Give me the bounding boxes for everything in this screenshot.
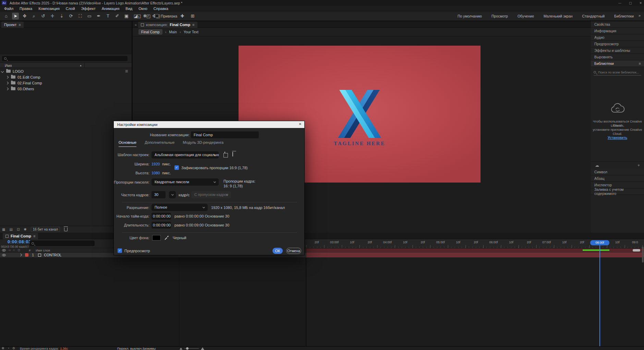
item-view-icon[interactable]: ▦ (2, 228, 5, 231)
maximize-button[interactable]: ▢ (629, 1, 632, 5)
tree-chevron-icon[interactable] (1, 70, 4, 72)
timeline-tab[interactable]: Final Comp ≡ (3, 233, 38, 239)
toggle-switches-button[interactable]: Перекл. выключ./режимы (117, 347, 156, 350)
menu-item[interactable]: Анимация (102, 7, 120, 11)
align-icon[interactable]: ✚ (179, 13, 186, 20)
camera-tool-icon[interactable]: ⛶ (77, 13, 84, 20)
sidebar-panel-tab[interactable]: Выровнять (591, 54, 644, 60)
proxy-icon[interactable]: ⊡ (17, 228, 20, 231)
interpret-footage-icon[interactable]: ✱ (24, 228, 26, 231)
panel-menu-icon[interactable]: ≡ (639, 61, 641, 66)
timeline-scrollbar[interactable] (642, 247, 644, 262)
close-button[interactable]: ✕ (639, 1, 642, 5)
axis-local-icon[interactable]: ◱ (135, 13, 142, 20)
resolution-dropdown[interactable]: Полное (151, 204, 208, 211)
timeline-search-input[interactable] (29, 241, 95, 246)
workspace-overflow-button[interactable]: » (639, 13, 641, 18)
workspace-tab[interactable]: Просмотр (491, 14, 508, 18)
dialog-titlebar[interactable]: Настройки композиции ✕ (114, 121, 304, 128)
menu-item[interactable]: Окно (138, 7, 147, 11)
layer-expand-chevron-icon[interactable] (19, 254, 22, 256)
tree-chevron-icon[interactable] (6, 87, 9, 90)
selection-tool-icon[interactable]: ➤ (12, 13, 19, 20)
workspace-tab[interactable]: Стандартный (582, 14, 605, 18)
rotation-tool-icon[interactable]: ⟳ (68, 13, 74, 20)
sidebar-panel-tab[interactable]: Символ (591, 169, 644, 175)
grid-options-icon[interactable]: ⊞ (189, 13, 196, 20)
work-area-end-marker[interactable] (633, 249, 640, 252)
workspace-tab[interactable]: Маленький экран (544, 14, 573, 18)
install-link[interactable]: Установить (591, 136, 644, 140)
list-view-icon[interactable]: ▤ (9, 228, 12, 231)
snapping-checkbox[interactable] (155, 14, 159, 18)
zoom-out-mountain-icon[interactable] (180, 348, 182, 350)
menu-item[interactable]: Вид (125, 7, 132, 11)
dolly-camera-tool-icon[interactable]: ⇣ (58, 13, 65, 20)
breadcrumb-item[interactable]: Your Text (184, 30, 198, 34)
dialog-tab[interactable]: Основные (119, 140, 136, 147)
sort-ascending-icon[interactable]: ▲ (80, 64, 82, 67)
rectangle-tool-icon[interactable]: ▭ (86, 13, 93, 20)
tree-chevron-icon[interactable] (6, 75, 9, 78)
preset-dropdown[interactable]: Альбомная ориентация для социальных сете… (151, 151, 219, 159)
panel-menu-icon[interactable]: ≡ (33, 234, 35, 238)
sidebar-panel-tab[interactable]: Абзац (591, 175, 644, 182)
tree-item[interactable]: 03.Others (0, 86, 132, 92)
work-area-strip[interactable] (306, 248, 644, 252)
dialog-tab[interactable]: Модуль 3D-рендеринга (183, 140, 223, 147)
snapshot-icon[interactable]: ❆ (2, 347, 4, 350)
current-time-display[interactable]: 0:00:08:03 (8, 239, 31, 244)
zoom-slider-handle[interactable] (186, 347, 189, 350)
timer-icon[interactable]: ◔ (8, 347, 9, 350)
sidebar-panel-tab[interactable]: Аудио (591, 34, 644, 41)
menu-item[interactable]: Композиция (38, 7, 60, 11)
menu-item[interactable]: Правка (20, 7, 32, 11)
ok-button[interactable]: ОК (272, 248, 283, 254)
eyedropper-icon[interactable] (164, 235, 169, 240)
trash-icon[interactable] (64, 228, 68, 231)
add-library-icon[interactable]: + (637, 163, 640, 168)
frame-rate-input[interactable]: 30 (151, 191, 166, 198)
layer-duration-bar[interactable] (306, 253, 644, 257)
sync-cloud-icon[interactable]: ☁ (595, 163, 599, 168)
cancel-button[interactable]: Отмена (286, 248, 301, 254)
bit-depth-button[interactable]: 16 бит на канал (31, 227, 60, 232)
background-color-swatch[interactable] (152, 235, 161, 241)
duration-input[interactable]: 0:00:09:00 (151, 222, 171, 229)
type-tool-icon[interactable]: T (105, 13, 111, 20)
layer-label-color[interactable] (25, 253, 28, 257)
libraries-search-input[interactable]: Поиск по всем библиотек... (594, 69, 641, 75)
tree-item[interactable]: LOGO ≣ (0, 68, 132, 74)
axis-world-icon[interactable]: ◰ (145, 13, 152, 20)
panel-back-icon[interactable]: « (135, 23, 137, 27)
panel-menu-icon[interactable]: ≡ (192, 23, 194, 27)
dialog-close-icon[interactable]: ✕ (299, 122, 302, 126)
layer-name[interactable]: CONTROL (44, 253, 61, 257)
panel-menu-icon[interactable]: ≡ (19, 23, 21, 27)
pixel-aspect-dropdown[interactable]: Квадратные пиксели (151, 178, 219, 186)
layer-name-column-header[interactable]: Имя слоя (36, 248, 50, 252)
sidebar-panel-tab[interactable]: Эффекты и шаблоны (591, 47, 644, 54)
name-column-header[interactable]: Имя (5, 63, 12, 68)
settings-icon[interactable]: ⚙ (12, 347, 15, 350)
sidebar-panel-tab[interactable]: Заливка с учетом содержимого (591, 188, 644, 195)
playhead-line[interactable] (599, 241, 600, 346)
sidebar-panel-tab[interactable]: Информация (591, 28, 644, 34)
hand-tool-icon[interactable]: ✥ (21, 13, 28, 20)
pan-camera-tool-icon[interactable]: ✛ (49, 13, 56, 20)
preview-checkbox[interactable]: ✓ (118, 248, 122, 253)
height-value[interactable]: 1080 (151, 170, 160, 176)
sidebar-panel-tab[interactable]: Свойства (591, 21, 644, 28)
playhead-time-box[interactable]: 08:00f (590, 240, 609, 245)
comp-name-input[interactable]: Final Comp (191, 131, 259, 138)
home-tool-icon[interactable]: ⌂ (3, 13, 10, 20)
delete-preset-icon[interactable] (232, 152, 233, 156)
dialog-tab[interactable]: Дополнительные (145, 140, 174, 147)
project-tab[interactable]: Проект ≡ (1, 22, 24, 28)
workspace-tab[interactable]: По умолчанию (458, 14, 482, 18)
breadcrumb-item[interactable]: Main (169, 30, 177, 34)
workspace-tab[interactable]: Библиотеки (614, 14, 634, 18)
menu-item[interactable]: Слой (66, 7, 75, 11)
zoom-in-mountain-icon[interactable] (201, 347, 204, 350)
stamp-tool-icon[interactable]: ▣ (123, 13, 130, 20)
